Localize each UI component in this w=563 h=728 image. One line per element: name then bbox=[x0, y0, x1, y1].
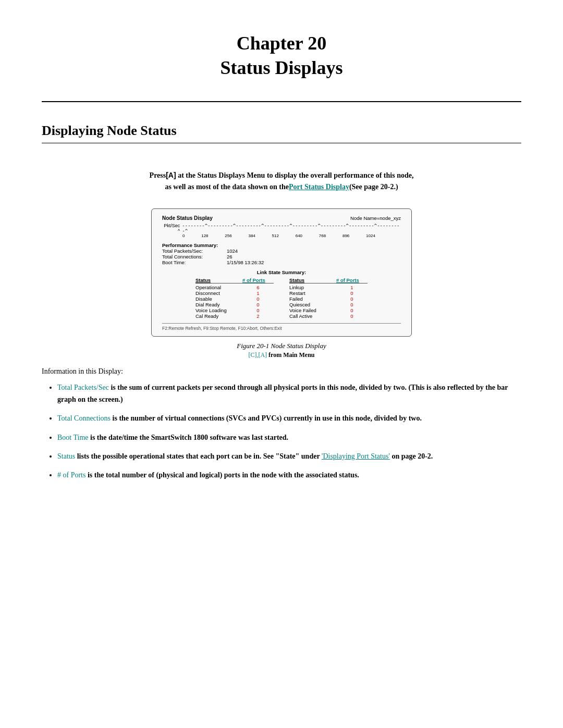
link-right-header-status: Status bbox=[289, 277, 336, 283]
page-header: Chapter 20 Status Displays bbox=[0, 0, 563, 96]
list-item-numports: # of Ports is the total number of (physi… bbox=[57, 470, 521, 481]
bar-num-384: 384 bbox=[248, 233, 255, 238]
link-status-calready: Cal Ready bbox=[195, 313, 242, 319]
link-status-disconnect: Disconnect bbox=[195, 290, 242, 296]
link-row-restart: Restart0 bbox=[289, 290, 368, 296]
bar-label-row: Pkt/Sec ^ --------^---------^---------^-… bbox=[162, 223, 401, 233]
bar-num-0: 0 bbox=[182, 233, 185, 238]
perf-summary: Performance Summary: Total Packets/Sec: … bbox=[162, 242, 401, 265]
section-title: Displaying Node Status bbox=[42, 123, 521, 139]
desc-boottime: is the date/time the SmartSwitch 1800 so… bbox=[90, 434, 288, 441]
link-ports-disable: 0 bbox=[242, 296, 274, 302]
node-status-display-box: Node Status Display Node Name=node_xyz P… bbox=[151, 208, 412, 337]
bar-numbers: 0 128 256 384 512 640 768 896 1024 bbox=[182, 233, 375, 238]
link-left-header-status: Status bbox=[195, 277, 242, 283]
link-row-disconnect: Disconnect1 bbox=[195, 290, 274, 296]
bar-num-256: 256 bbox=[225, 233, 231, 238]
link-row-voicefailed: Voice Failed0 bbox=[289, 307, 368, 313]
node-name-label: Node Name=node_xyz bbox=[350, 215, 401, 221]
chapter-title: Chapter 20 Status Displays bbox=[42, 31, 521, 80]
bar-graph-area: Pkt/Sec ^ --------^---------^---------^-… bbox=[162, 223, 401, 238]
bullet-list: Total Packets/Sec is the sum of current … bbox=[42, 382, 521, 481]
desc-numports: is the total number of (physical and log… bbox=[88, 471, 359, 479]
display-box-wrapper: Node Status Display Node Name=node_xyz P… bbox=[42, 208, 521, 337]
intro-press: Press bbox=[150, 171, 166, 179]
link-right-header-ports: # of Ports bbox=[336, 277, 368, 283]
link-ports-voiceloading: 0 bbox=[242, 307, 274, 313]
content-area: Press[A] at the Status Displays Menu to … bbox=[0, 149, 563, 510]
bar-num-640: 640 bbox=[296, 233, 302, 238]
list-item-status: Status lists the possible operational st… bbox=[57, 451, 521, 462]
link-status-dialready: Dial Ready bbox=[195, 302, 242, 307]
link-col-left-header: Status # of Ports bbox=[195, 277, 274, 283]
perf-val-boottime: 1/15/98 13:26:32 bbox=[227, 260, 264, 265]
link-row-callactive: Call Active0 bbox=[289, 313, 368, 319]
figure-sub: [C],[A] from Main Menu bbox=[42, 351, 521, 359]
link-state-summary: Link State Summary: Status # of Ports Op… bbox=[162, 269, 401, 319]
link-row-disable: Disable0 bbox=[195, 296, 274, 302]
link-row-voiceloading: Voice Loading0 bbox=[195, 307, 274, 313]
link-ports-calready: 2 bbox=[242, 313, 274, 319]
bar-num-896: 896 bbox=[342, 233, 349, 238]
link-ports-callactive: 0 bbox=[336, 313, 368, 319]
link-row-linkup: Linkup1 bbox=[289, 285, 368, 290]
intro-paragraph: Press[A] at the Status Displays Menu to … bbox=[63, 169, 500, 193]
link-ports-linkup: 1 bbox=[336, 285, 368, 290]
intro-key: [A] bbox=[166, 171, 176, 179]
list-item-packets: Total Packets/Sec is the sum of current … bbox=[57, 382, 521, 405]
term-status: Status bbox=[57, 452, 75, 460]
bar-num-128: 128 bbox=[201, 233, 208, 238]
link-status-restart: Restart bbox=[289, 290, 336, 296]
link-status-failed: Failed bbox=[289, 296, 336, 302]
link-status-voiceloading: Voice Loading bbox=[195, 307, 242, 313]
display-box-top: Node Status Display Node Name=node_xyz bbox=[162, 215, 401, 221]
link-ports-restart: 0 bbox=[336, 290, 368, 296]
link-col-right: Status # of Ports Linkup1 Restart0 Faile… bbox=[289, 277, 368, 319]
link-col-left: Status # of Ports Operational6 Disconnec… bbox=[195, 277, 274, 319]
link-ports-disconnect: 1 bbox=[242, 290, 274, 296]
link-state-title: Link State Summary: bbox=[162, 269, 401, 275]
term-packets: Total Packets/Sec bbox=[57, 384, 109, 391]
intro-link[interactable]: Port Status Display bbox=[289, 183, 349, 191]
link-ports-operational: 6 bbox=[242, 285, 274, 290]
intro-part4: (See page 20-2.) bbox=[349, 183, 398, 191]
term-numports: # of Ports bbox=[57, 471, 85, 479]
link-status-disable: Disable bbox=[195, 296, 242, 302]
link-status-operational: Operational bbox=[195, 285, 242, 290]
perf-key-connections: Total Connections: bbox=[162, 254, 225, 260]
link-status-voicefailed: Voice Failed bbox=[289, 307, 336, 313]
link-row-quiesced: Quiesced0 bbox=[289, 302, 368, 307]
term-boottime: Boot Time bbox=[57, 434, 89, 441]
bar-label-text: Pkt/Sec ^ bbox=[162, 223, 180, 233]
desc-connections: is the number of virtual connections (SV… bbox=[113, 414, 422, 422]
perf-val-connections: 26 bbox=[227, 254, 232, 260]
link-displaying-port-status[interactable]: 'Displaying Port Status' bbox=[322, 452, 390, 460]
section-heading-area: Displaying Node Status bbox=[0, 102, 563, 149]
perf-val-packets: 1024 bbox=[227, 248, 238, 254]
term-connections: Total Connections bbox=[57, 414, 111, 422]
link-ports-dialready: 0 bbox=[242, 302, 274, 307]
link-ports-failed: 0 bbox=[336, 296, 368, 302]
bar-num-1024: 1024 bbox=[366, 233, 375, 238]
link-row-dialready: Dial Ready0 bbox=[195, 302, 274, 307]
link-row-operational: Operational6 bbox=[195, 285, 274, 290]
link-left-header-ports: # of Ports bbox=[242, 277, 274, 283]
link-ports-quiesced: 0 bbox=[336, 302, 368, 307]
link-col-right-header: Status # of Ports bbox=[289, 277, 368, 283]
link-row-calready: Cal Ready2 bbox=[195, 313, 274, 319]
link-ports-voicefailed: 0 bbox=[336, 307, 368, 313]
perf-key-packets: Total Packets/Sec: bbox=[162, 248, 225, 254]
bar-num-512: 512 bbox=[272, 233, 279, 238]
list-item-connections: Total Connections is the number of virtu… bbox=[57, 413, 521, 424]
link-status-linkup: Linkup bbox=[289, 285, 336, 290]
perf-row-packets: Total Packets/Sec: 1024 bbox=[162, 248, 401, 254]
link-status-callactive: Call Active bbox=[289, 313, 336, 319]
info-label: Information in this Display: bbox=[42, 367, 521, 376]
desc-status: lists the possible operational states th… bbox=[77, 452, 322, 460]
figure-caption: Figure 20-1 Node Status Display bbox=[42, 342, 521, 350]
bar-ticks: --------^---------^---------^---------^-… bbox=[182, 223, 401, 233]
intro-part2: at the Status Displays Menu to display t… bbox=[176, 171, 414, 179]
bar-num-768: 768 bbox=[319, 233, 326, 238]
figure-sub-from: from Main Menu bbox=[267, 351, 314, 359]
perf-row-boottime: Boot Time: 1/15/98 13:26:32 bbox=[162, 260, 401, 265]
